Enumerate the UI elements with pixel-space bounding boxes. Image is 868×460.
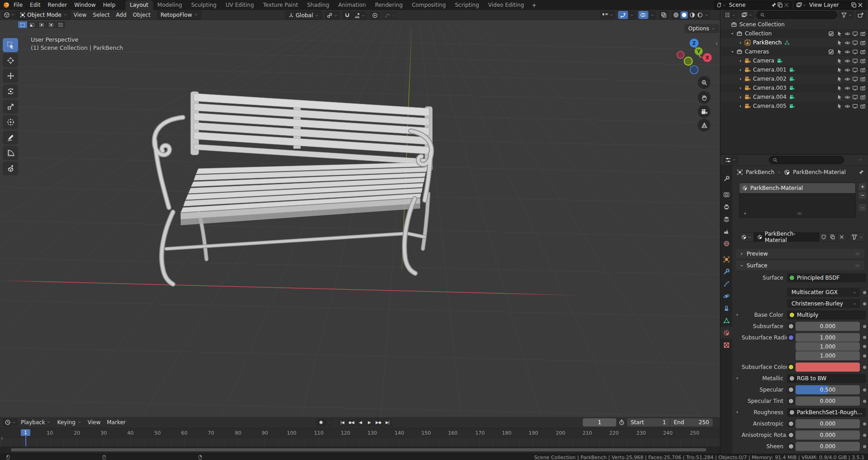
frame-tick[interactable]: 170	[475, 430, 485, 436]
properties-tab[interactable]	[720, 302, 732, 314]
hide-toggle-icon[interactable]	[844, 94, 850, 100]
workspace-tab[interactable]: Scripting	[451, 0, 484, 10]
chevron-down-icon[interactable]	[858, 158, 863, 162]
tool-button[interactable]	[3, 131, 18, 145]
outliner-row[interactable]: Camera	[720, 56, 868, 65]
render-disable-icon[interactable]	[860, 94, 866, 100]
select-mode-set[interactable]	[18, 21, 27, 28]
selectable-toggle-icon[interactable]	[837, 76, 843, 82]
axis-neg-z-ball[interactable]	[690, 66, 698, 74]
falloff-dropdown[interactable]	[383, 11, 398, 19]
new-collection-button[interactable]	[856, 11, 866, 19]
outliner-item-label[interactable]: Camera.004	[753, 94, 786, 100]
add-slot-button[interactable]	[858, 183, 867, 191]
material-slot-active[interactable]: ParkBench-Material	[739, 183, 855, 193]
transport-button[interactable]: ◆◀	[347, 418, 355, 426]
outliner-display-mode-dropdown[interactable]	[739, 11, 754, 19]
wireframe-shading-icon[interactable]	[673, 12, 679, 18]
use-nodes-dropdown[interactable]	[849, 232, 865, 242]
breadcrumb-material[interactable]: ParkBench-Material	[793, 169, 845, 175]
expand-icon[interactable]	[735, 410, 739, 414]
frame-tick[interactable]: 210	[583, 430, 592, 436]
outliner-item-label[interactable]: Camera.001	[753, 67, 786, 73]
frame-tick[interactable]: 230	[637, 430, 646, 436]
properties-tab[interactable]	[720, 237, 732, 249]
property-field[interactable]: 0.000	[796, 322, 860, 331]
transport-button[interactable]: ◀	[356, 418, 364, 426]
auto-key-dropdown[interactable]	[326, 418, 334, 426]
select-mode-invert[interactable]	[47, 21, 56, 28]
texture-socket-button[interactable]	[787, 420, 795, 428]
topbar-menu[interactable]: Render	[44, 2, 71, 8]
outliner-item-label[interactable]: Cameras	[745, 48, 769, 55]
remove-slot-button[interactable]	[858, 191, 867, 199]
hide-toggle-icon[interactable]	[844, 49, 850, 55]
viewport-disable-icon[interactable]	[852, 58, 858, 64]
pin-icon[interactable]	[858, 169, 864, 175]
animate-dot-icon[interactable]	[863, 345, 866, 348]
property-field[interactable]: 0.000	[796, 431, 860, 440]
tool-button[interactable]	[3, 115, 18, 129]
properties-tab[interactable]	[720, 213, 732, 225]
expander-icon[interactable]	[739, 68, 743, 72]
expand-icon[interactable]	[743, 211, 748, 216]
browse-material-button[interactable]	[739, 232, 754, 242]
overlays-toggle[interactable]	[638, 11, 648, 19]
timeline-editor-type-button[interactable]	[3, 418, 18, 426]
texture-socket-button[interactable]	[787, 334, 795, 342]
render-disable-icon[interactable]	[860, 76, 866, 82]
properties-tab[interactable]	[720, 266, 732, 277]
texture-socket-button[interactable]	[787, 322, 795, 330]
editor-type-button[interactable]	[2, 11, 17, 19]
texture-socket-button[interactable]	[787, 363, 795, 371]
xray-toggle[interactable]	[659, 11, 669, 19]
gizmos-toggle[interactable]	[618, 11, 628, 19]
auto-key-button[interactable]	[316, 418, 326, 426]
selectable-toggle-icon[interactable]	[837, 31, 843, 37]
copy-material-button[interactable]	[828, 232, 837, 242]
properties-tab[interactable]	[720, 315, 732, 326]
animate-dot-icon[interactable]	[863, 325, 866, 328]
outliner-row[interactable]: Collection	[720, 29, 868, 38]
hide-toggle-icon[interactable]	[844, 76, 850, 82]
resize-grip-icon[interactable]	[796, 210, 803, 217]
frame-tick[interactable]: 10	[47, 430, 53, 436]
bench-model[interactable]	[154, 92, 432, 284]
workspace-tab[interactable]: Layout	[125, 0, 153, 10]
animate-dot-icon[interactable]	[863, 302, 866, 305]
unlink-material-button[interactable]	[837, 232, 846, 242]
transport-button[interactable]: ▶	[365, 418, 374, 426]
preview-panel-header[interactable]: Preview	[736, 249, 864, 258]
expander-icon[interactable]	[730, 50, 734, 54]
animate-dot-icon[interactable]	[863, 434, 866, 437]
animate-dot-icon[interactable]	[863, 388, 866, 392]
retopoflow-dropdown[interactable]: RetopoFlow	[157, 10, 201, 19]
tool-button[interactable]	[3, 161, 18, 175]
properties-tab[interactable]	[720, 253, 732, 265]
close-icon[interactable]	[783, 2, 790, 8]
texture-socket-button[interactable]	[787, 431, 795, 439]
properties-tab[interactable]	[720, 278, 732, 290]
scene-selector[interactable]: Scene	[714, 1, 791, 10]
property-field[interactable]: Principled BSDF	[787, 273, 866, 282]
expander-icon[interactable]	[739, 59, 743, 63]
selectable-toggle-icon[interactable]	[837, 58, 843, 64]
workspace-tab[interactable]: Texture Paint	[259, 0, 302, 10]
fake-user-button[interactable]	[819, 232, 828, 242]
snap-toggle[interactable]	[342, 11, 352, 19]
selectable-toggle-icon[interactable]	[837, 49, 843, 55]
outliner-row[interactable]: Camera.003	[720, 83, 868, 92]
topbar-menu[interactable]: Help	[99, 2, 119, 8]
viewport-disable-icon[interactable]	[852, 49, 858, 55]
select-mode-extend[interactable]	[28, 21, 37, 28]
selectable-toggle-icon[interactable]	[837, 67, 843, 73]
outliner-item-label[interactable]: Camera.002	[753, 76, 786, 82]
viewport-disable-icon[interactable]	[852, 103, 858, 109]
viewport-menu[interactable]: Add	[113, 12, 129, 18]
frame-tick[interactable]: 190	[529, 430, 538, 436]
timeline-menu[interactable]: View	[85, 419, 104, 426]
workspace-tab[interactable]: Animation	[334, 0, 370, 10]
collection-checkbox-icon[interactable]	[828, 49, 834, 55]
viewport-3d[interactable]: User Perspective (1) Scene Collection | …	[0, 20, 720, 417]
timeline-expand-arrow[interactable]: ›	[1, 435, 3, 441]
